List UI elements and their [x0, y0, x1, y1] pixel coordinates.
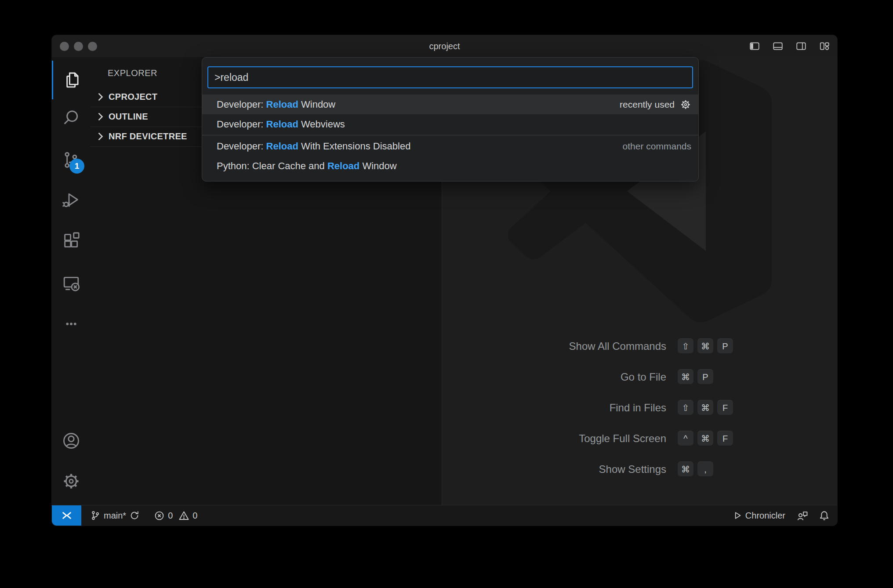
key-cmd: ⌘ — [697, 400, 713, 416]
sidebar-item-run-debug[interactable] — [52, 186, 90, 214]
sidebar-title: EXPLORER — [108, 68, 157, 78]
shortcut-keys: ⌘ P — [678, 369, 733, 385]
branch-name: main* — [104, 511, 126, 521]
key-cmd: ⌘ — [678, 369, 693, 385]
section-label: CPROJECT — [109, 92, 157, 102]
status-right: Chronicler — [733, 505, 829, 526]
vscode-window: cproject — [52, 35, 837, 526]
chronicler-label: Chronicler — [745, 511, 785, 521]
ellipsis-icon — [62, 315, 80, 333]
error-count: 0 — [168, 511, 173, 521]
feedback-button[interactable] — [797, 510, 808, 521]
chevron-right-icon — [98, 132, 103, 141]
key-cmd: ⌘ — [678, 461, 693, 477]
command-palette: Developer: Reload Window recently used D… — [202, 57, 699, 181]
palette-item-reload-window[interactable]: Developer: Reload Window recently used — [202, 94, 698, 114]
remote-icon — [61, 510, 73, 521]
chevron-right-icon — [98, 93, 103, 101]
gear-icon — [62, 472, 81, 491]
remote-indicator[interactable] — [52, 505, 81, 526]
palette-item-text: Developer: Reload With Extensions Disabl… — [217, 141, 623, 152]
play-icon — [733, 511, 742, 520]
scm-badge: 1 — [69, 159, 84, 174]
branch-status[interactable]: main* — [91, 511, 139, 521]
palette-item-meta: recently used — [620, 99, 691, 110]
remote-explorer-icon — [61, 273, 81, 294]
error-icon — [154, 511, 164, 521]
palette-item-meta: other commands — [623, 141, 691, 152]
palette-group-separator — [202, 135, 698, 135]
git-branch-icon — [91, 511, 100, 520]
sync-icon[interactable] — [130, 511, 139, 520]
shortcut-keys: ⌘ , — [678, 461, 733, 477]
shortcut-label: Toggle Full Screen — [446, 432, 666, 445]
settings-button[interactable] — [52, 467, 90, 495]
section-label: NRF DEVICETREE — [109, 131, 187, 142]
key-cmd: ⌘ — [697, 338, 713, 354]
key-letter: P — [717, 338, 733, 354]
palette-item-text: Python: Clear Cache and Reload Window — [217, 160, 691, 172]
recently-used-label: recently used — [620, 99, 675, 110]
sidebar-item-source-control[interactable]: 1 — [52, 146, 90, 174]
accounts-button[interactable] — [52, 427, 90, 455]
shortcut-keys: ^ ⌘ F — [678, 431, 733, 446]
key-shift: ⇧ — [678, 400, 693, 416]
search-icon — [61, 108, 81, 128]
titlebar: cproject — [52, 35, 837, 58]
configure-keybinding-gear-icon[interactable] — [680, 99, 691, 110]
notifications-button[interactable] — [819, 511, 829, 521]
files-icon — [61, 70, 81, 90]
toggle-panel-icon[interactable] — [772, 40, 784, 52]
shortcut-label: Show All Commands — [446, 340, 666, 352]
palette-item-text: Developer: Reload Window — [217, 99, 620, 110]
toggle-sidebar-icon[interactable] — [749, 40, 760, 52]
palette-item-reload-extensions-disabled[interactable]: Developer: Reload With Extensions Disabl… — [202, 136, 698, 156]
warning-icon — [179, 511, 189, 521]
toggle-secondary-sidebar-icon[interactable] — [795, 40, 807, 52]
sidebar-item-remote-explorer[interactable] — [52, 269, 90, 298]
key-letter: F — [717, 400, 733, 416]
sidebar-item-explorer[interactable] — [52, 66, 90, 94]
customize-layout-icon[interactable] — [819, 40, 830, 52]
window-title: cproject — [52, 35, 837, 57]
shortcut-label: Find in Files — [446, 402, 666, 414]
shortcut-label: Go to File — [446, 371, 666, 383]
key-letter: P — [697, 369, 713, 385]
sidebar-item-extensions[interactable] — [52, 227, 90, 255]
more-actions-button[interactable] — [52, 310, 90, 338]
debug-icon — [61, 190, 81, 210]
key-cmd: ⌘ — [697, 431, 713, 446]
activity-bar: 1 — [52, 57, 90, 505]
chronicler-status[interactable]: Chronicler — [733, 511, 785, 521]
status-left: main* 0 — [91, 505, 200, 526]
status-bar: main* 0 — [52, 505, 837, 526]
warning-count: 0 — [192, 511, 197, 521]
bell-icon — [819, 511, 829, 521]
chevron-right-icon — [98, 113, 103, 121]
feedback-icon — [797, 510, 808, 521]
palette-item-python-clear-cache[interactable]: Python: Clear Cache and Reload Window — [202, 156, 698, 176]
command-input[interactable] — [207, 66, 693, 88]
problems-status[interactable]: 0 0 — [154, 511, 200, 521]
key-ctrl: ^ — [678, 431, 693, 446]
key-letter: F — [717, 431, 733, 446]
other-commands-label: other commands — [623, 141, 691, 152]
section-label: OUTLINE — [109, 112, 148, 122]
layout-controls — [749, 35, 830, 57]
shortcut-keys: ⇧ ⌘ F — [678, 400, 733, 416]
sidebar-item-search[interactable] — [52, 104, 90, 132]
watermark-shortcuts: Show All Commands ⇧ ⌘ P Go to File ⌘ P F… — [446, 331, 733, 485]
key-comma: , — [697, 461, 713, 477]
key-shift: ⇧ — [678, 338, 693, 354]
account-icon — [61, 431, 81, 451]
extensions-icon — [61, 231, 81, 251]
shortcut-label: Show Settings — [446, 463, 666, 475]
shortcut-keys: ⇧ ⌘ P — [678, 338, 733, 354]
palette-item-text: Developer: Reload Webviews — [217, 119, 691, 130]
palette-item-reload-webviews[interactable]: Developer: Reload Webviews — [202, 114, 698, 134]
